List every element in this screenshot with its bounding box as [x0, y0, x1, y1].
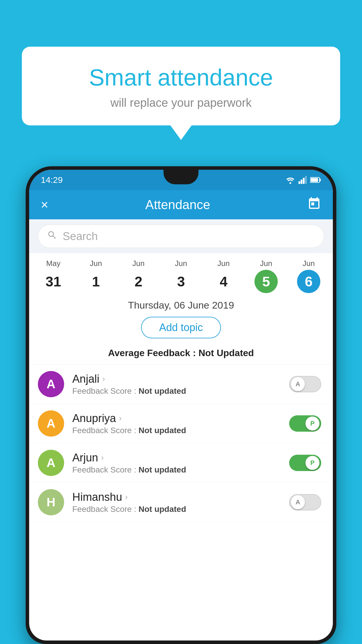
- status-time: 14:29: [41, 175, 63, 185]
- chevron-icon: ›: [101, 453, 104, 462]
- student-info: Arjun › Feedback Score : Not updated: [72, 452, 289, 475]
- student-avatar: A: [38, 450, 64, 476]
- cal-date: 3: [169, 270, 193, 293]
- attendance-toggle[interactable]: A: [289, 376, 321, 392]
- attendance-toggle[interactable]: P: [289, 455, 321, 471]
- chevron-icon: ›: [102, 374, 105, 384]
- chevron-icon: ›: [125, 492, 128, 502]
- feedback-score: Feedback Score : Not updated: [72, 465, 289, 475]
- cal-month: Jun: [245, 259, 287, 268]
- attendance-toggle[interactable]: P: [289, 415, 321, 432]
- add-topic-container: Add topic: [29, 314, 333, 345]
- speech-bubble: Smart attendance will replace your paper…: [22, 47, 340, 125]
- feedback-score: Feedback Score : Not updated: [72, 505, 289, 514]
- phone-frame: 14:29: [26, 166, 336, 644]
- svg-rect-6: [319, 179, 321, 181]
- student-info: Anjali › Feedback Score : Not updated: [72, 373, 289, 396]
- battery-icon: [310, 177, 321, 183]
- student-name: Himanshu ›: [72, 491, 289, 503]
- cal-date: 1: [84, 270, 108, 293]
- status-bar: 14:29: [29, 170, 333, 190]
- student-info: Anupriya › Feedback Score : Not updated: [72, 412, 289, 435]
- close-button[interactable]: ×: [41, 197, 48, 212]
- cal-month: May: [32, 259, 75, 268]
- cal-month: Jun: [75, 259, 117, 268]
- calendar-button[interactable]: [307, 197, 321, 213]
- calendar-day[interactable]: May 31: [32, 259, 75, 293]
- student-name: Anjali ›: [72, 373, 289, 385]
- cal-date: 31: [42, 270, 65, 293]
- avg-feedback-value: Not Updated: [198, 348, 254, 358]
- cal-month: Jun: [160, 259, 202, 268]
- student-avatar: A: [38, 410, 64, 437]
- feedback-score: Feedback Score : Not updated: [72, 426, 289, 435]
- svg-rect-3: [303, 178, 305, 184]
- student-name: Arjun ›: [72, 452, 289, 464]
- student-item[interactable]: H Himanshu › Feedback Score : Not update…: [29, 483, 333, 522]
- chevron-icon: ›: [119, 414, 122, 423]
- student-info: Himanshu › Feedback Score : Not updated: [72, 491, 289, 514]
- search-icon: [47, 230, 57, 243]
- bubble-title: Smart attendance: [36, 64, 326, 91]
- search-bar[interactable]: Search: [38, 225, 324, 248]
- svg-rect-4: [305, 176, 307, 184]
- attendance-toggle[interactable]: A: [289, 494, 321, 510]
- student-avatar: H: [38, 489, 64, 515]
- cal-date: 6: [297, 270, 320, 293]
- toggle-knob: A: [291, 377, 305, 391]
- student-list: A Anjali › Feedback Score : Not updated …: [29, 365, 333, 522]
- svg-point-0: [289, 182, 291, 184]
- student-name: Anupriya ›: [72, 412, 289, 425]
- student-item[interactable]: A Arjun › Feedback Score : Not updated P: [29, 443, 333, 483]
- student-avatar: A: [38, 371, 64, 397]
- avg-feedback-prefix: Average Feedback :: [108, 348, 198, 358]
- calendar-day[interactable]: Jun 5: [245, 259, 287, 293]
- cal-date: 5: [254, 270, 278, 293]
- app-bar: × Attendance: [29, 190, 333, 219]
- cal-month: Jun: [202, 259, 245, 268]
- phone-inner: 14:29: [29, 170, 333, 640]
- cal-month: Jun: [117, 259, 160, 268]
- toggle-knob: A: [291, 495, 305, 509]
- student-item[interactable]: A Anjali › Feedback Score : Not updated …: [29, 365, 333, 404]
- svg-rect-2: [301, 180, 303, 184]
- student-item[interactable]: A Anupriya › Feedback Score : Not update…: [29, 404, 333, 443]
- toggle-knob: P: [305, 456, 319, 470]
- avg-feedback: Average Feedback : Not Updated: [29, 345, 333, 365]
- add-topic-button[interactable]: Add topic: [141, 317, 221, 338]
- app-bar-title: Attendance: [145, 197, 210, 212]
- svg-rect-7: [311, 178, 318, 182]
- calendar-row: May 31 Jun 1 Jun 2 Jun 3 Jun 4 Jun 5 Jun…: [29, 253, 333, 293]
- date-label: Thursday, 06 June 2019: [29, 293, 333, 314]
- cal-month: Jun: [287, 259, 330, 268]
- wifi-icon: [285, 176, 296, 184]
- signal-icon: [298, 176, 307, 184]
- cal-date: 2: [127, 270, 150, 293]
- calendar-day[interactable]: Jun 6: [287, 259, 330, 293]
- calendar-day[interactable]: Jun 1: [75, 259, 117, 293]
- calendar-day[interactable]: Jun 3: [160, 259, 202, 293]
- bubble-subtitle: will replace your paperwork: [36, 96, 326, 109]
- notch: [164, 170, 198, 184]
- cal-date: 4: [212, 270, 235, 293]
- toggle-knob: P: [305, 416, 319, 430]
- feedback-score: Feedback Score : Not updated: [72, 386, 289, 396]
- calendar-day[interactable]: Jun 2: [117, 259, 160, 293]
- calendar-day[interactable]: Jun 4: [202, 259, 245, 293]
- search-placeholder: Search: [63, 230, 98, 243]
- status-icons: [285, 176, 321, 184]
- svg-rect-1: [298, 181, 300, 184]
- search-bar-container: Search: [29, 219, 333, 253]
